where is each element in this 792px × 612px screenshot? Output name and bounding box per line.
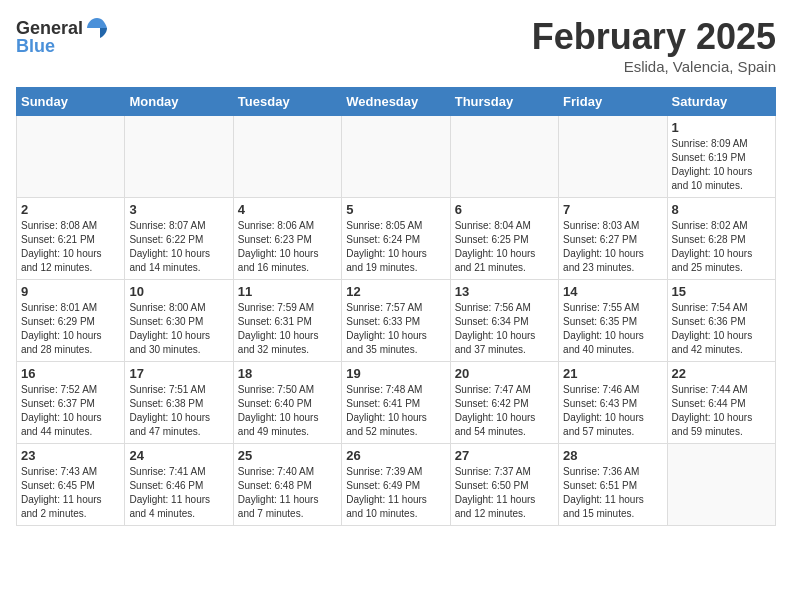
day-number: 20	[455, 366, 554, 381]
table-row: 27Sunrise: 7:37 AM Sunset: 6:50 PM Dayli…	[450, 444, 558, 526]
day-number: 14	[563, 284, 662, 299]
day-info: Sunrise: 8:02 AM Sunset: 6:28 PM Dayligh…	[672, 219, 771, 275]
logo-icon	[85, 16, 109, 40]
table-row: 28Sunrise: 7:36 AM Sunset: 6:51 PM Dayli…	[559, 444, 667, 526]
day-number: 7	[563, 202, 662, 217]
day-info: Sunrise: 8:09 AM Sunset: 6:19 PM Dayligh…	[672, 137, 771, 193]
day-number: 27	[455, 448, 554, 463]
day-info: Sunrise: 8:05 AM Sunset: 6:24 PM Dayligh…	[346, 219, 445, 275]
table-row: 17Sunrise: 7:51 AM Sunset: 6:38 PM Dayli…	[125, 362, 233, 444]
table-row: 10Sunrise: 8:00 AM Sunset: 6:30 PM Dayli…	[125, 280, 233, 362]
table-row	[125, 116, 233, 198]
table-row: 12Sunrise: 7:57 AM Sunset: 6:33 PM Dayli…	[342, 280, 450, 362]
day-info: Sunrise: 7:51 AM Sunset: 6:38 PM Dayligh…	[129, 383, 228, 439]
day-number: 2	[21, 202, 120, 217]
calendar-week-row: 16Sunrise: 7:52 AM Sunset: 6:37 PM Dayli…	[17, 362, 776, 444]
table-row: 18Sunrise: 7:50 AM Sunset: 6:40 PM Dayli…	[233, 362, 341, 444]
day-number: 4	[238, 202, 337, 217]
day-number: 16	[21, 366, 120, 381]
day-number: 3	[129, 202, 228, 217]
location: Eslida, Valencia, Spain	[532, 58, 776, 75]
day-number: 9	[21, 284, 120, 299]
table-row: 7Sunrise: 8:03 AM Sunset: 6:27 PM Daylig…	[559, 198, 667, 280]
table-row: 6Sunrise: 8:04 AM Sunset: 6:25 PM Daylig…	[450, 198, 558, 280]
day-info: Sunrise: 7:46 AM Sunset: 6:43 PM Dayligh…	[563, 383, 662, 439]
day-number: 25	[238, 448, 337, 463]
page-header: General Blue February 2025 Eslida, Valen…	[16, 16, 776, 75]
table-row: 11Sunrise: 7:59 AM Sunset: 6:31 PM Dayli…	[233, 280, 341, 362]
day-info: Sunrise: 8:00 AM Sunset: 6:30 PM Dayligh…	[129, 301, 228, 357]
header-friday: Friday	[559, 88, 667, 116]
day-number: 17	[129, 366, 228, 381]
table-row: 1Sunrise: 8:09 AM Sunset: 6:19 PM Daylig…	[667, 116, 775, 198]
day-info: Sunrise: 7:43 AM Sunset: 6:45 PM Dayligh…	[21, 465, 120, 521]
table-row	[17, 116, 125, 198]
day-info: Sunrise: 7:52 AM Sunset: 6:37 PM Dayligh…	[21, 383, 120, 439]
header-saturday: Saturday	[667, 88, 775, 116]
table-row: 16Sunrise: 7:52 AM Sunset: 6:37 PM Dayli…	[17, 362, 125, 444]
table-row: 23Sunrise: 7:43 AM Sunset: 6:45 PM Dayli…	[17, 444, 125, 526]
table-row: 25Sunrise: 7:40 AM Sunset: 6:48 PM Dayli…	[233, 444, 341, 526]
day-number: 1	[672, 120, 771, 135]
day-number: 28	[563, 448, 662, 463]
day-info: Sunrise: 7:36 AM Sunset: 6:51 PM Dayligh…	[563, 465, 662, 521]
table-row: 2Sunrise: 8:08 AM Sunset: 6:21 PM Daylig…	[17, 198, 125, 280]
day-number: 10	[129, 284, 228, 299]
table-row: 24Sunrise: 7:41 AM Sunset: 6:46 PM Dayli…	[125, 444, 233, 526]
day-number: 23	[21, 448, 120, 463]
day-number: 18	[238, 366, 337, 381]
day-info: Sunrise: 7:48 AM Sunset: 6:41 PM Dayligh…	[346, 383, 445, 439]
day-info: Sunrise: 8:06 AM Sunset: 6:23 PM Dayligh…	[238, 219, 337, 275]
day-number: 22	[672, 366, 771, 381]
day-info: Sunrise: 8:04 AM Sunset: 6:25 PM Dayligh…	[455, 219, 554, 275]
calendar-week-row: 2Sunrise: 8:08 AM Sunset: 6:21 PM Daylig…	[17, 198, 776, 280]
day-info: Sunrise: 7:56 AM Sunset: 6:34 PM Dayligh…	[455, 301, 554, 357]
calendar-week-row: 1Sunrise: 8:09 AM Sunset: 6:19 PM Daylig…	[17, 116, 776, 198]
table-row: 5Sunrise: 8:05 AM Sunset: 6:24 PM Daylig…	[342, 198, 450, 280]
table-row	[342, 116, 450, 198]
title-section: February 2025 Eslida, Valencia, Spain	[532, 16, 776, 75]
table-row: 3Sunrise: 8:07 AM Sunset: 6:22 PM Daylig…	[125, 198, 233, 280]
table-row: 8Sunrise: 8:02 AM Sunset: 6:28 PM Daylig…	[667, 198, 775, 280]
day-number: 19	[346, 366, 445, 381]
day-info: Sunrise: 8:01 AM Sunset: 6:29 PM Dayligh…	[21, 301, 120, 357]
calendar-week-row: 9Sunrise: 8:01 AM Sunset: 6:29 PM Daylig…	[17, 280, 776, 362]
header-thursday: Thursday	[450, 88, 558, 116]
day-info: Sunrise: 7:41 AM Sunset: 6:46 PM Dayligh…	[129, 465, 228, 521]
day-info: Sunrise: 7:40 AM Sunset: 6:48 PM Dayligh…	[238, 465, 337, 521]
day-info: Sunrise: 7:44 AM Sunset: 6:44 PM Dayligh…	[672, 383, 771, 439]
day-number: 5	[346, 202, 445, 217]
table-row	[667, 444, 775, 526]
day-info: Sunrise: 7:59 AM Sunset: 6:31 PM Dayligh…	[238, 301, 337, 357]
day-info: Sunrise: 7:50 AM Sunset: 6:40 PM Dayligh…	[238, 383, 337, 439]
day-number: 11	[238, 284, 337, 299]
day-info: Sunrise: 7:57 AM Sunset: 6:33 PM Dayligh…	[346, 301, 445, 357]
header-tuesday: Tuesday	[233, 88, 341, 116]
table-row: 13Sunrise: 7:56 AM Sunset: 6:34 PM Dayli…	[450, 280, 558, 362]
day-number: 12	[346, 284, 445, 299]
table-row: 19Sunrise: 7:48 AM Sunset: 6:41 PM Dayli…	[342, 362, 450, 444]
logo: General Blue	[16, 16, 109, 57]
day-info: Sunrise: 7:47 AM Sunset: 6:42 PM Dayligh…	[455, 383, 554, 439]
table-row: 21Sunrise: 7:46 AM Sunset: 6:43 PM Dayli…	[559, 362, 667, 444]
month-title: February 2025	[532, 16, 776, 58]
day-info: Sunrise: 7:55 AM Sunset: 6:35 PM Dayligh…	[563, 301, 662, 357]
logo-blue: Blue	[16, 36, 55, 57]
day-number: 15	[672, 284, 771, 299]
day-number: 13	[455, 284, 554, 299]
day-info: Sunrise: 8:07 AM Sunset: 6:22 PM Dayligh…	[129, 219, 228, 275]
calendar: Sunday Monday Tuesday Wednesday Thursday…	[16, 87, 776, 526]
day-info: Sunrise: 7:54 AM Sunset: 6:36 PM Dayligh…	[672, 301, 771, 357]
table-row: 14Sunrise: 7:55 AM Sunset: 6:35 PM Dayli…	[559, 280, 667, 362]
day-number: 21	[563, 366, 662, 381]
day-number: 26	[346, 448, 445, 463]
table-row	[450, 116, 558, 198]
day-info: Sunrise: 7:37 AM Sunset: 6:50 PM Dayligh…	[455, 465, 554, 521]
table-row: 4Sunrise: 8:06 AM Sunset: 6:23 PM Daylig…	[233, 198, 341, 280]
table-row	[559, 116, 667, 198]
table-row: 26Sunrise: 7:39 AM Sunset: 6:49 PM Dayli…	[342, 444, 450, 526]
weekday-header-row: Sunday Monday Tuesday Wednesday Thursday…	[17, 88, 776, 116]
table-row: 15Sunrise: 7:54 AM Sunset: 6:36 PM Dayli…	[667, 280, 775, 362]
table-row: 9Sunrise: 8:01 AM Sunset: 6:29 PM Daylig…	[17, 280, 125, 362]
header-monday: Monday	[125, 88, 233, 116]
